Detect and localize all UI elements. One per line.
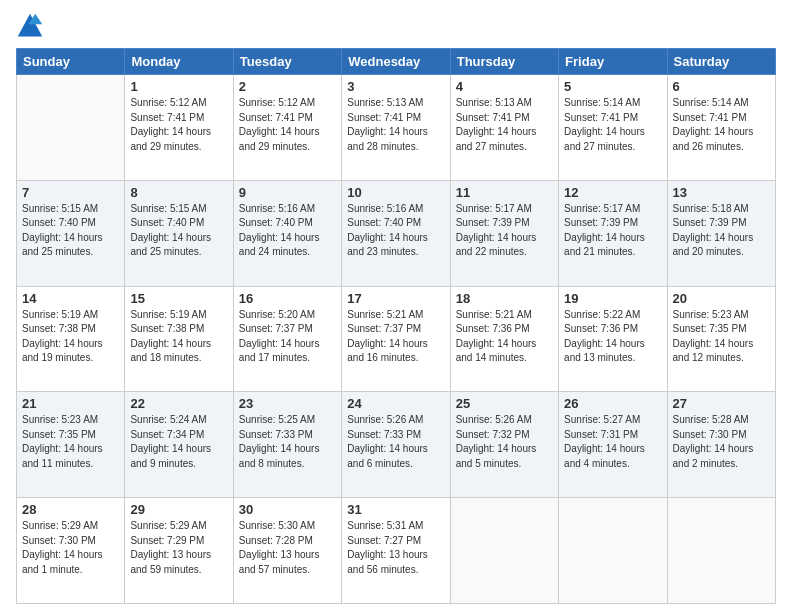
day-info: Sunrise: 5:12 AM Sunset: 7:41 PM Dayligh… (130, 96, 227, 154)
calendar-cell: 29Sunrise: 5:29 AM Sunset: 7:29 PM Dayli… (125, 498, 233, 604)
day-info: Sunrise: 5:16 AM Sunset: 7:40 PM Dayligh… (239, 202, 336, 260)
day-info: Sunrise: 5:13 AM Sunset: 7:41 PM Dayligh… (456, 96, 553, 154)
day-info: Sunrise: 5:29 AM Sunset: 7:30 PM Dayligh… (22, 519, 119, 577)
logo (16, 12, 48, 40)
calendar-cell: 13Sunrise: 5:18 AM Sunset: 7:39 PM Dayli… (667, 180, 775, 286)
calendar-cell: 23Sunrise: 5:25 AM Sunset: 7:33 PM Dayli… (233, 392, 341, 498)
calendar-cell (667, 498, 775, 604)
day-number: 21 (22, 396, 119, 411)
calendar-cell: 20Sunrise: 5:23 AM Sunset: 7:35 PM Dayli… (667, 286, 775, 392)
day-number: 30 (239, 502, 336, 517)
day-info: Sunrise: 5:17 AM Sunset: 7:39 PM Dayligh… (456, 202, 553, 260)
calendar-cell: 18Sunrise: 5:21 AM Sunset: 7:36 PM Dayli… (450, 286, 558, 392)
day-number: 6 (673, 79, 770, 94)
day-info: Sunrise: 5:24 AM Sunset: 7:34 PM Dayligh… (130, 413, 227, 471)
calendar-cell: 22Sunrise: 5:24 AM Sunset: 7:34 PM Dayli… (125, 392, 233, 498)
day-info: Sunrise: 5:16 AM Sunset: 7:40 PM Dayligh… (347, 202, 444, 260)
weekday-header-row: SundayMondayTuesdayWednesdayThursdayFrid… (17, 49, 776, 75)
calendar-cell: 19Sunrise: 5:22 AM Sunset: 7:36 PM Dayli… (559, 286, 667, 392)
day-info: Sunrise: 5:12 AM Sunset: 7:41 PM Dayligh… (239, 96, 336, 154)
day-number: 3 (347, 79, 444, 94)
day-number: 16 (239, 291, 336, 306)
calendar-cell (559, 498, 667, 604)
day-number: 11 (456, 185, 553, 200)
svg-marker-0 (18, 14, 43, 37)
calendar-cell: 25Sunrise: 5:26 AM Sunset: 7:32 PM Dayli… (450, 392, 558, 498)
calendar-cell (450, 498, 558, 604)
day-info: Sunrise: 5:19 AM Sunset: 7:38 PM Dayligh… (130, 308, 227, 366)
day-number: 19 (564, 291, 661, 306)
calendar-week-row: 14Sunrise: 5:19 AM Sunset: 7:38 PM Dayli… (17, 286, 776, 392)
calendar-cell: 9Sunrise: 5:16 AM Sunset: 7:40 PM Daylig… (233, 180, 341, 286)
day-number: 31 (347, 502, 444, 517)
day-info: Sunrise: 5:26 AM Sunset: 7:32 PM Dayligh… (456, 413, 553, 471)
day-number: 25 (456, 396, 553, 411)
day-info: Sunrise: 5:22 AM Sunset: 7:36 PM Dayligh… (564, 308, 661, 366)
day-number: 22 (130, 396, 227, 411)
calendar-cell: 30Sunrise: 5:30 AM Sunset: 7:28 PM Dayli… (233, 498, 341, 604)
day-info: Sunrise: 5:14 AM Sunset: 7:41 PM Dayligh… (564, 96, 661, 154)
day-number: 28 (22, 502, 119, 517)
calendar-week-row: 28Sunrise: 5:29 AM Sunset: 7:30 PM Dayli… (17, 498, 776, 604)
day-number: 20 (673, 291, 770, 306)
day-number: 24 (347, 396, 444, 411)
weekday-header-tuesday: Tuesday (233, 49, 341, 75)
calendar-cell: 3Sunrise: 5:13 AM Sunset: 7:41 PM Daylig… (342, 75, 450, 181)
day-info: Sunrise: 5:26 AM Sunset: 7:33 PM Dayligh… (347, 413, 444, 471)
calendar-cell: 24Sunrise: 5:26 AM Sunset: 7:33 PM Dayli… (342, 392, 450, 498)
day-number: 5 (564, 79, 661, 94)
weekday-header-monday: Monday (125, 49, 233, 75)
calendar-week-row: 1Sunrise: 5:12 AM Sunset: 7:41 PM Daylig… (17, 75, 776, 181)
calendar-week-row: 7Sunrise: 5:15 AM Sunset: 7:40 PM Daylig… (17, 180, 776, 286)
day-info: Sunrise: 5:19 AM Sunset: 7:38 PM Dayligh… (22, 308, 119, 366)
weekday-header-thursday: Thursday (450, 49, 558, 75)
calendar-cell: 21Sunrise: 5:23 AM Sunset: 7:35 PM Dayli… (17, 392, 125, 498)
day-number: 26 (564, 396, 661, 411)
day-info: Sunrise: 5:18 AM Sunset: 7:39 PM Dayligh… (673, 202, 770, 260)
calendar-week-row: 21Sunrise: 5:23 AM Sunset: 7:35 PM Dayli… (17, 392, 776, 498)
calendar-cell: 28Sunrise: 5:29 AM Sunset: 7:30 PM Dayli… (17, 498, 125, 604)
calendar-cell: 7Sunrise: 5:15 AM Sunset: 7:40 PM Daylig… (17, 180, 125, 286)
day-number: 13 (673, 185, 770, 200)
day-number: 4 (456, 79, 553, 94)
page: SundayMondayTuesdayWednesdayThursdayFrid… (0, 0, 792, 612)
day-info: Sunrise: 5:13 AM Sunset: 7:41 PM Dayligh… (347, 96, 444, 154)
day-number: 27 (673, 396, 770, 411)
day-info: Sunrise: 5:23 AM Sunset: 7:35 PM Dayligh… (673, 308, 770, 366)
calendar-cell: 10Sunrise: 5:16 AM Sunset: 7:40 PM Dayli… (342, 180, 450, 286)
calendar-cell: 31Sunrise: 5:31 AM Sunset: 7:27 PM Dayli… (342, 498, 450, 604)
day-info: Sunrise: 5:20 AM Sunset: 7:37 PM Dayligh… (239, 308, 336, 366)
calendar-cell: 2Sunrise: 5:12 AM Sunset: 7:41 PM Daylig… (233, 75, 341, 181)
day-info: Sunrise: 5:21 AM Sunset: 7:37 PM Dayligh… (347, 308, 444, 366)
day-info: Sunrise: 5:27 AM Sunset: 7:31 PM Dayligh… (564, 413, 661, 471)
day-number: 10 (347, 185, 444, 200)
day-number: 15 (130, 291, 227, 306)
calendar-cell: 8Sunrise: 5:15 AM Sunset: 7:40 PM Daylig… (125, 180, 233, 286)
day-info: Sunrise: 5:14 AM Sunset: 7:41 PM Dayligh… (673, 96, 770, 154)
logo-icon (16, 12, 44, 40)
day-info: Sunrise: 5:15 AM Sunset: 7:40 PM Dayligh… (22, 202, 119, 260)
calendar-cell: 16Sunrise: 5:20 AM Sunset: 7:37 PM Dayli… (233, 286, 341, 392)
calendar-cell: 27Sunrise: 5:28 AM Sunset: 7:30 PM Dayli… (667, 392, 775, 498)
header (16, 12, 776, 40)
day-number: 29 (130, 502, 227, 517)
day-number: 9 (239, 185, 336, 200)
day-info: Sunrise: 5:25 AM Sunset: 7:33 PM Dayligh… (239, 413, 336, 471)
day-number: 7 (22, 185, 119, 200)
calendar-cell: 11Sunrise: 5:17 AM Sunset: 7:39 PM Dayli… (450, 180, 558, 286)
calendar-cell: 4Sunrise: 5:13 AM Sunset: 7:41 PM Daylig… (450, 75, 558, 181)
day-number: 14 (22, 291, 119, 306)
day-info: Sunrise: 5:29 AM Sunset: 7:29 PM Dayligh… (130, 519, 227, 577)
day-info: Sunrise: 5:15 AM Sunset: 7:40 PM Dayligh… (130, 202, 227, 260)
calendar-cell: 1Sunrise: 5:12 AM Sunset: 7:41 PM Daylig… (125, 75, 233, 181)
day-info: Sunrise: 5:31 AM Sunset: 7:27 PM Dayligh… (347, 519, 444, 577)
calendar-cell: 17Sunrise: 5:21 AM Sunset: 7:37 PM Dayli… (342, 286, 450, 392)
calendar-cell (17, 75, 125, 181)
weekday-header-saturday: Saturday (667, 49, 775, 75)
calendar-cell: 12Sunrise: 5:17 AM Sunset: 7:39 PM Dayli… (559, 180, 667, 286)
day-info: Sunrise: 5:30 AM Sunset: 7:28 PM Dayligh… (239, 519, 336, 577)
day-number: 12 (564, 185, 661, 200)
day-info: Sunrise: 5:28 AM Sunset: 7:30 PM Dayligh… (673, 413, 770, 471)
day-info: Sunrise: 5:21 AM Sunset: 7:36 PM Dayligh… (456, 308, 553, 366)
day-number: 18 (456, 291, 553, 306)
